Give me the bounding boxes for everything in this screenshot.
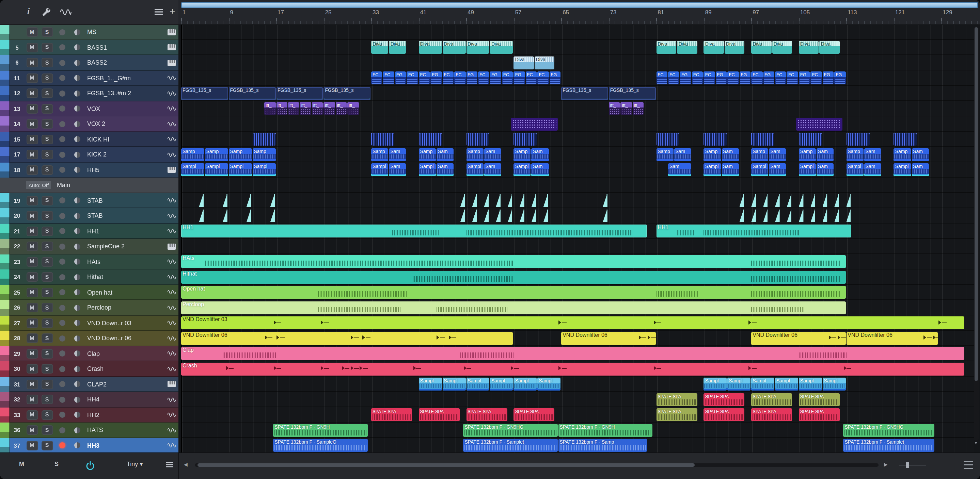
list-icon[interactable] xyxy=(154,8,164,16)
clip[interactable]: Sam xyxy=(864,163,881,176)
clip[interactable]: Diva xyxy=(799,41,819,54)
track-color-chip[interactable] xyxy=(0,208,10,224)
add-track-icon[interactable]: + xyxy=(170,5,175,17)
clip[interactable]: Sam xyxy=(816,148,834,161)
record-arm-button[interactable] xyxy=(59,106,65,112)
clip[interactable]: Sam xyxy=(674,148,691,161)
clip[interactable]: FGSB_135_s xyxy=(609,87,656,100)
clip[interactable]: Sampl xyxy=(490,377,513,390)
scroll-right-icon[interactable]: ▶ xyxy=(884,462,888,468)
clip[interactable]: Sampl xyxy=(751,163,768,176)
track-color-chip[interactable] xyxy=(0,285,10,300)
clip[interactable]: Diva xyxy=(442,41,466,54)
solo-button[interactable]: S xyxy=(41,426,53,435)
record-arm-button[interactable] xyxy=(59,75,65,81)
track-row[interactable]: 24MSHithat xyxy=(0,270,178,285)
clip[interactable]: Samp xyxy=(466,148,483,161)
clip[interactable]: FGSB_135_s xyxy=(181,87,228,100)
clip[interactable]: Sam xyxy=(722,163,738,176)
track-color-chip[interactable] xyxy=(0,116,10,132)
clip[interactable]: SPATE 132bpm F - GN9HG xyxy=(463,423,557,436)
clip[interactable]: Sam xyxy=(436,148,453,161)
zoom-slider[interactable] xyxy=(899,465,926,465)
automation-mode-button[interactable]: Auto: Off xyxy=(26,181,51,189)
clip[interactable]: Sampl xyxy=(822,377,846,390)
clip[interactable]: HH1 xyxy=(181,225,647,238)
clip[interactable]: lft_ xyxy=(312,102,323,115)
clip[interactable]: FC xyxy=(454,71,466,84)
clip[interactable] xyxy=(796,117,843,130)
track-size-select[interactable]: Tiny ▾ xyxy=(127,461,143,468)
horizontal-scrollbar-thumb[interactable] xyxy=(197,463,695,467)
clip[interactable]: Clap xyxy=(181,347,964,360)
clip[interactable]: Sam xyxy=(668,163,691,176)
record-arm-button[interactable] xyxy=(59,381,65,387)
record-arm-button[interactable] xyxy=(59,29,65,35)
monitor-button[interactable] xyxy=(74,167,80,173)
clip[interactable]: Crash xyxy=(181,362,964,375)
clip[interactable]: SPATE 132bpm F - SampleO xyxy=(273,439,368,452)
clip[interactable]: FC xyxy=(502,71,513,84)
footer-solo-label[interactable]: S xyxy=(54,461,59,468)
solo-button[interactable]: S xyxy=(41,135,53,144)
record-arm-button[interactable] xyxy=(59,152,65,158)
clip[interactable]: Sampl xyxy=(704,163,721,176)
clip[interactable]: Sampl xyxy=(894,163,911,176)
solo-button[interactable]: S xyxy=(41,349,53,358)
track-color-chip[interactable] xyxy=(0,101,10,116)
mute-button[interactable]: M xyxy=(26,395,38,404)
clip[interactable]: Sam xyxy=(912,163,929,176)
clip[interactable]: FG xyxy=(549,71,560,84)
clip[interactable]: Diva xyxy=(514,56,534,69)
clip[interactable]: lft_ xyxy=(632,102,644,115)
clip[interactable]: Samp xyxy=(205,148,228,161)
clip[interactable]: lft_ xyxy=(264,102,275,115)
monitor-button[interactable] xyxy=(74,106,80,112)
clip[interactable]: SPATE SPA xyxy=(799,393,840,406)
clip[interactable] xyxy=(656,133,679,146)
monitor-button[interactable] xyxy=(74,335,80,341)
clip[interactable]: Samp xyxy=(419,148,436,161)
clip[interactable]: Sampl xyxy=(466,377,489,390)
mute-button[interactable]: M xyxy=(26,104,38,114)
clip[interactable]: Samp xyxy=(229,148,252,161)
monitor-button[interactable] xyxy=(74,305,80,311)
clip[interactable]: SPATE SPA xyxy=(656,408,697,421)
record-arm-button[interactable] xyxy=(59,290,65,296)
mute-button[interactable]: M xyxy=(26,89,38,98)
monitor-button[interactable] xyxy=(74,152,80,158)
clip[interactable]: FG xyxy=(466,71,477,84)
record-arm-button[interactable] xyxy=(59,443,65,449)
track-color-chip[interactable] xyxy=(0,55,10,70)
track-row[interactable]: 11MSFGSB_1.._G#m xyxy=(0,70,178,86)
solo-button[interactable]: S xyxy=(41,211,53,221)
clip[interactable]: Diva xyxy=(466,41,489,54)
clip[interactable]: Sam xyxy=(722,148,738,161)
track-row[interactable]: 13MSVOX xyxy=(0,101,178,116)
clip[interactable]: SPATE SPA xyxy=(704,408,745,421)
vertical-scrollbar-thumb[interactable] xyxy=(975,27,978,381)
track-color-chip[interactable] xyxy=(0,70,10,86)
solo-button[interactable]: S xyxy=(41,334,53,343)
record-arm-button[interactable] xyxy=(59,397,65,403)
monitor-button[interactable] xyxy=(74,274,80,280)
monitor-button[interactable] xyxy=(74,397,80,403)
clip[interactable]: Samp xyxy=(894,148,911,161)
clip[interactable]: VND Downlifter 06 xyxy=(751,332,845,345)
mute-button[interactable]: M xyxy=(26,73,38,83)
track-row[interactable]: 26MSPercloop xyxy=(0,300,178,316)
mute-button[interactable]: M xyxy=(26,242,38,251)
clip[interactable]: FG xyxy=(739,71,751,84)
mute-button[interactable]: M xyxy=(26,165,38,175)
monitor-button[interactable] xyxy=(74,381,80,387)
clip[interactable]: FC xyxy=(419,71,430,84)
clip[interactable]: FG xyxy=(490,71,501,84)
clip[interactable]: Samp xyxy=(799,148,816,161)
monitor-button[interactable] xyxy=(74,290,80,296)
track-row[interactable]: 5MSBASS1 xyxy=(0,40,178,55)
mute-button[interactable]: M xyxy=(26,288,38,297)
clip[interactable]: FC xyxy=(537,71,549,84)
clip[interactable]: FGSB_135_s xyxy=(229,87,276,100)
mute-button[interactable]: M xyxy=(26,319,38,328)
footer-mute-label[interactable]: M xyxy=(19,461,24,468)
